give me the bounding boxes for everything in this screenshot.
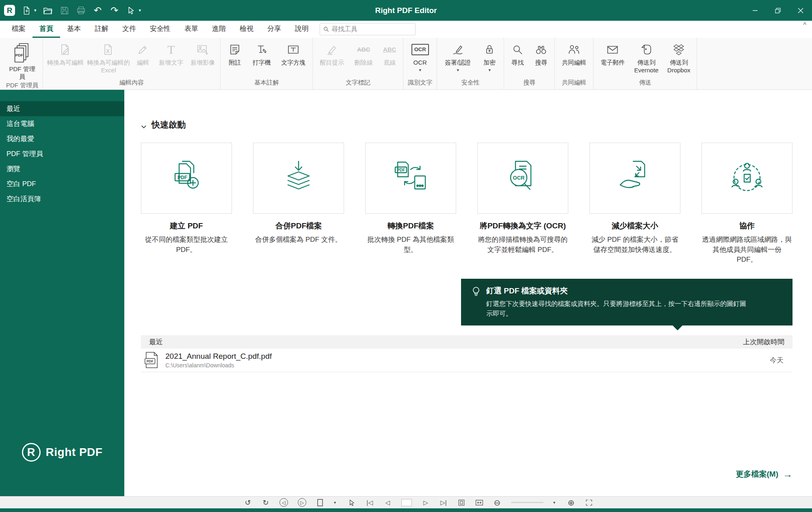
search-input[interactable]	[331, 26, 416, 33]
close-button[interactable]	[789, 0, 812, 21]
zoom-slider[interactable]	[511, 502, 543, 503]
ocr-dropdown-caret-icon[interactable]: ▾	[419, 68, 421, 72]
save-button[interactable]	[59, 5, 70, 16]
sidebar-item-blank-pdf[interactable]: 空白 PDF	[0, 176, 124, 191]
send-to-dropbox-button[interactable]: 傳送到 Dropbox	[663, 39, 695, 74]
recent-header-label: 最近	[149, 337, 163, 347]
card-desc: 將您的掃描檔轉換為可搜尋的文字並輕鬆編輯 PDF。	[477, 235, 568, 255]
ribbon-group-pdf-manager: PDF PDF 管理員 PDF 管理員	[2, 38, 43, 89]
page-layout-caret-icon[interactable]: ▾	[334, 500, 338, 505]
pdf-manager-button[interactable]: PDF PDF 管理員	[5, 39, 40, 81]
zoom-in-button[interactable]: ⊕	[567, 498, 575, 507]
underline-button[interactable]: ABC 底線	[378, 39, 401, 67]
page-number-input[interactable]	[401, 499, 412, 506]
first-page-button[interactable]: |◁	[366, 498, 374, 507]
sidebar-item-favorites[interactable]: 我的最愛	[0, 131, 124, 146]
sidebar-item-browse[interactable]: 瀏覽	[0, 161, 124, 176]
collapse-ribbon-icon[interactable]: ^	[803, 22, 806, 29]
ocr-button[interactable]: OCR OCR ▾	[407, 39, 433, 72]
send-to-evernote-button[interactable]: 傳送到 Evernote	[630, 39, 662, 74]
minimize-button[interactable]	[744, 0, 767, 21]
page-layout-button[interactable]	[316, 498, 324, 507]
tab-home[interactable]: 首頁	[32, 21, 60, 38]
pdf-to-text-ocr-button[interactable]: OCR	[477, 143, 568, 214]
hand-tool-button[interactable]	[126, 5, 136, 16]
print-button[interactable]	[76, 5, 87, 16]
co-edit-button[interactable]: 共同編輯	[557, 39, 591, 67]
sign-certify-icon	[452, 41, 464, 58]
tab-form[interactable]: 表單	[178, 21, 205, 38]
new-file-button[interactable]	[21, 5, 32, 16]
more-files-link[interactable]: 更多檔案(M) →	[141, 469, 793, 479]
hand-tool-caret-icon[interactable]: ▾	[139, 8, 141, 13]
encrypt-dropdown-caret-icon[interactable]: ▾	[488, 68, 491, 72]
next-page-button[interactable]: ▷	[422, 498, 430, 507]
quick-start-cards: PDF 建立 PDF 從不同的檔案類型批次建立 PDF。	[141, 143, 793, 265]
tab-file[interactable]: 檔案	[5, 21, 32, 38]
convert-to-editable-excel-button[interactable]: 轉換為可編輯的 Excel	[87, 39, 130, 74]
reduce-file-size-button[interactable]	[589, 143, 680, 214]
fit-width-button[interactable]	[475, 498, 483, 507]
sidebar-item-blank-portfolio[interactable]: 空白活頁簿	[0, 191, 124, 206]
highlight-button[interactable]: 醒目提示	[315, 39, 349, 67]
svg-text:PDF: PDF	[15, 53, 23, 57]
collaborate-button[interactable]	[702, 143, 793, 214]
find-button[interactable]: 尋找	[506, 39, 529, 67]
find-tools-searchbox[interactable]	[320, 23, 416, 35]
strikethrough-button[interactable]: ABC 刪除線	[350, 39, 377, 67]
restore-button[interactable]	[767, 0, 789, 21]
open-file-button[interactable]	[43, 5, 53, 16]
tab-comment[interactable]: 註解	[88, 21, 115, 38]
undo-button[interactable]: ↶	[93, 5, 103, 16]
previous-view-button[interactable]: ◁	[279, 498, 288, 507]
app-logo-icon: R	[4, 5, 15, 16]
previous-page-button[interactable]: ◁	[383, 498, 392, 507]
full-screen-button[interactable]	[585, 498, 593, 507]
typewriter-button[interactable]: 打字機	[248, 39, 275, 67]
tab-basic[interactable]: 基本	[60, 21, 88, 38]
sign-certify-button[interactable]: 簽署/認證 ▾	[439, 39, 476, 72]
sidebar-item-recent[interactable]: 最近	[0, 101, 124, 116]
tab-security[interactable]: 安全性	[143, 21, 178, 38]
redo-button[interactable]: ↷	[109, 5, 120, 16]
encrypt-button[interactable]: 加密 ▾	[477, 39, 502, 72]
email-button[interactable]: 電子郵件	[595, 39, 630, 67]
last-opened-column-header[interactable]: 上次開啟時間	[743, 337, 784, 347]
tab-view[interactable]: 檢視	[233, 21, 260, 38]
rotate-left-button[interactable]: ↺	[244, 498, 252, 507]
card-title: 合併PDF檔案	[275, 221, 322, 231]
recent-file-row[interactable]: PDF 2021_Annual Report_C.pdf.pdf C:\User…	[141, 349, 793, 372]
next-view-button[interactable]: ▷	[298, 498, 306, 507]
ocr-icon: OCR	[411, 41, 429, 58]
add-image-button[interactable]: 新增影像	[187, 39, 218, 67]
typewriter-icon	[256, 41, 268, 58]
tab-help[interactable]: 說明	[288, 21, 316, 38]
zoom-level-caret-icon[interactable]: ▾	[553, 500, 557, 505]
sidebar-item-this-pc[interactable]: 這台電腦	[0, 116, 124, 131]
tab-advanced[interactable]: 進階	[205, 21, 233, 38]
merge-pdf-button[interactable]	[253, 143, 344, 214]
rotate-right-button[interactable]: ↻	[262, 498, 270, 507]
quick-start-title: 快速啟動	[152, 119, 186, 130]
quick-start-header[interactable]: 快速啟動	[141, 119, 793, 130]
add-text-button[interactable]: T 新增文字	[156, 39, 186, 67]
last-page-button[interactable]: ▷|	[440, 498, 448, 507]
card-pdf-to-text-ocr: OCR 將PDF轉換為文字 (OCR) 將您的掃描檔轉換為可搜尋的文字並輕鬆編輯…	[477, 143, 568, 265]
edit-button[interactable]: 編輯	[131, 39, 155, 67]
convert-to-editable-button[interactable]: 轉換為可編輯	[45, 39, 86, 67]
convert-pdf-button[interactable]: PDF	[365, 143, 456, 214]
tab-share[interactable]: 分享	[260, 21, 288, 38]
sidebar-item-pdf-manager[interactable]: PDF 管理員	[0, 146, 124, 161]
tab-document[interactable]: 文件	[115, 21, 143, 38]
add-image-icon	[197, 41, 209, 58]
select-tool-button[interactable]	[348, 498, 356, 507]
note-button[interactable]: 附註	[223, 39, 247, 67]
fit-page-button[interactable]	[457, 498, 466, 507]
search-button[interactable]: 搜尋	[530, 39, 552, 67]
sign-dropdown-caret-icon[interactable]: ▾	[457, 68, 459, 72]
zoom-out-button[interactable]: ⊖	[493, 498, 501, 507]
new-file-caret-icon[interactable]: ▾	[34, 8, 37, 13]
text-box-button[interactable]: 文字方塊	[276, 39, 310, 67]
card-desc: 批次轉換 PDF 為其他檔案類型。	[365, 235, 456, 255]
create-pdf-button[interactable]: PDF	[141, 143, 232, 214]
